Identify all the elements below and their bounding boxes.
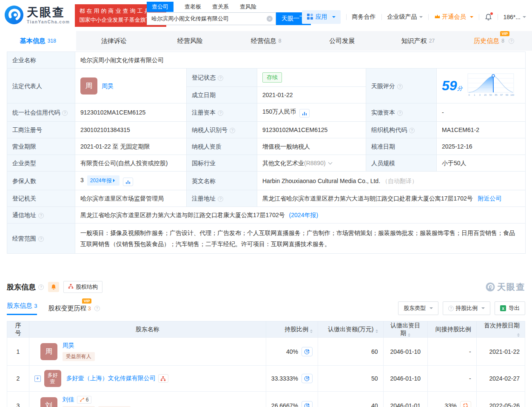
label-industry: 国标行业: [187, 155, 257, 172]
tab-business-info[interactable]: 经营信息 8: [228, 31, 304, 51]
holding-ratio-filter[interactable]: 持股比例: [443, 301, 490, 315]
score-distribution-chart[interactable]: 0131550859799100: [467, 73, 515, 99]
label-business-scope: 经营范围: [7, 224, 75, 254]
clear-search-icon[interactable]: [267, 16, 273, 22]
expand-button[interactable]: [34, 375, 41, 382]
chevron-down-icon: [523, 16, 526, 20]
tianyancha-logo[interactable]: 天眼查 TianYanCha.com: [4, 5, 70, 26]
col-label: 认缴出资额(万元): [328, 326, 373, 332]
relations-chip[interactable]: 6: [77, 396, 91, 404]
tab-equity-change-history[interactable]: 股权变更历程 VIP 3: [48, 304, 100, 312]
help-icon[interactable]: [218, 196, 223, 202]
monitor-bell-icon[interactable]: [48, 282, 59, 292]
nearby-companies-link[interactable]: 附近公司: [478, 195, 502, 202]
tab-label: 知识产权: [401, 37, 427, 45]
sort-icon[interactable]: [517, 333, 520, 337]
tab-label-text: 股权变更历程: [48, 304, 86, 312]
help-icon[interactable]: [94, 306, 100, 311]
apps-menu[interactable]: 应用: [302, 10, 341, 24]
indirect-holding-icon[interactable]: [460, 401, 471, 407]
pie-chart-icon[interactable]: [302, 374, 313, 383]
label-insured-count: 参保人数: [7, 172, 75, 190]
reg-capital-text: 150万人民币: [262, 108, 296, 115]
help-icon[interactable]: [38, 236, 44, 242]
label-text: 统一社会信用代码: [12, 109, 60, 116]
value-reg-status: 存续: [257, 69, 366, 87]
legal-rep-link[interactable]: 周昊: [102, 82, 114, 90]
col-name: 股东名称: [29, 321, 266, 338]
shareholder-link[interactable]: 周昊: [63, 342, 74, 350]
search-input[interactable]: [147, 12, 276, 25]
nav-open-vip[interactable]: 开通会员: [434, 13, 473, 21]
pie-chart-icon[interactable]: [302, 401, 313, 407]
avatar: 周: [40, 343, 57, 360]
brand-name: 天眼查: [27, 7, 70, 18]
search-tab-risk[interactable]: 查风险: [240, 3, 256, 11]
header: 天眼查 TianYanCha.com 都在用的商业查询工具 国家中小企业发展子基…: [0, 0, 532, 31]
value-staff-size: 小于50人: [437, 155, 526, 172]
shareholder-type-filter[interactable]: 股东类型: [398, 301, 438, 315]
shareholder-link[interactable]: 多好壹（上海）文化传媒有限公司: [66, 375, 156, 382]
first-date-cell: 2021-01-22: [476, 338, 525, 366]
tab-label: 基本信息: [20, 37, 46, 45]
ratio-cell: 33.3333%: [266, 366, 318, 392]
equity-structure-button[interactable]: 股权结构: [63, 281, 102, 293]
search-tab-company[interactable]: 查公司: [147, 2, 174, 12]
tab-count: 8: [279, 38, 282, 44]
label-establish-date: 成立日期: [187, 87, 257, 103]
indirect-cell: -: [427, 338, 476, 366]
help-icon[interactable]: [218, 75, 223, 81]
help-icon[interactable]: [230, 128, 235, 133]
help-icon[interactable]: [38, 284, 44, 290]
chevron-down-icon[interactable]: [328, 161, 332, 165]
notification-bell-icon[interactable]: [485, 14, 492, 21]
shareholders-section: 股东信息 股权结构: [7, 281, 525, 407]
score-number: 59: [442, 78, 457, 93]
value-company-type: 有限责任公司(自然人投资或控股): [75, 155, 187, 172]
apps-grid-icon: [307, 14, 313, 21]
tab-basic-info[interactable]: 基本信息 318: [0, 31, 76, 51]
label-taxpayer-quality: 纳税人资质: [187, 138, 257, 155]
tab-shareholder-info[interactable]: 股东信息 3: [7, 302, 37, 315]
tab-count: 27: [429, 38, 435, 44]
tab-operation-risk[interactable]: 经营风险: [152, 31, 228, 51]
equity-structure-icon[interactable]: [158, 374, 168, 383]
crown-icon: [434, 14, 441, 20]
sort-icon[interactable]: [376, 330, 378, 333]
trend-chart-icon[interactable]: [299, 109, 310, 118]
shareholder-link[interactable]: 刘佳: [63, 396, 74, 404]
account-menu[interactable]: 186*...: [504, 14, 526, 20]
export-button[interactable]: 导出: [495, 301, 525, 315]
search-tab-boss[interactable]: 查老板: [185, 3, 201, 11]
nav-enterprise[interactable]: 企业级产品: [387, 13, 423, 21]
beneficial-owner-badge: 受益所有人: [63, 352, 95, 361]
tab-intellectual-property[interactable]: 知识产权 27: [380, 31, 456, 51]
annual-report-chip[interactable]: 2024年报: [87, 175, 119, 186]
sort-icon[interactable]: [408, 333, 410, 337]
svg-text:97: 97: [500, 94, 503, 96]
label-text: 实缴资本: [371, 109, 395, 116]
help-icon[interactable]: [509, 38, 514, 44]
help-icon[interactable]: [397, 84, 403, 89]
svg-text:3: 3: [479, 94, 480, 96]
search-tab-relation[interactable]: 查关系: [212, 3, 229, 11]
help-icon[interactable]: [62, 110, 68, 116]
help-icon[interactable]: [218, 110, 223, 116]
help-icon[interactable]: [397, 110, 403, 116]
tianyancha-company-page: 天眼查 TianYanCha.com 都在用的商业查询工具 国家中小企业发展子基…: [0, 0, 532, 407]
tab-legal-lawsuit[interactable]: 法律诉讼: [76, 31, 152, 51]
export-label: 导出: [509, 304, 520, 312]
tab-label: 经营风险: [177, 37, 203, 45]
value-company-name: 哈尔滨周小闹文化传媒有限公司: [75, 52, 526, 69]
trend-chart-icon[interactable]: [123, 178, 133, 186]
nav-cooperation[interactable]: 商务合作: [352, 13, 376, 21]
col-label: 首次持股日期: [484, 322, 520, 329]
help-icon[interactable]: [409, 128, 415, 133]
annual-report-link[interactable]: (2024年报): [289, 212, 318, 218]
pie-chart-icon[interactable]: [302, 347, 313, 356]
help-icon[interactable]: [38, 213, 44, 218]
label-text: 经营范围: [12, 235, 36, 242]
tab-company-development[interactable]: 公司发展: [304, 31, 380, 51]
sort-icon[interactable]: [310, 330, 313, 333]
tab-history-info[interactable]: 历史信息 VIP 8: [456, 31, 532, 51]
